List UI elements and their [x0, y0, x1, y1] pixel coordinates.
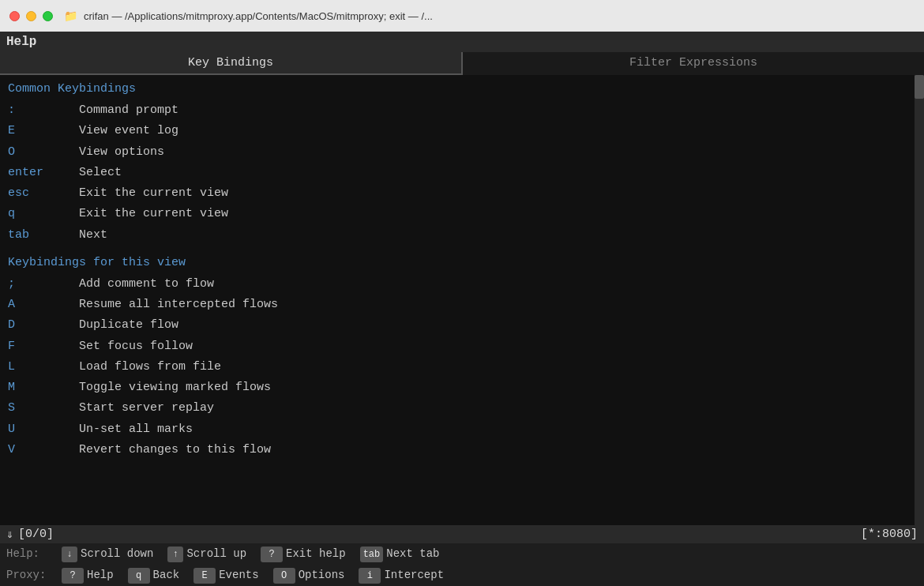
group-events: E Events: [193, 567, 258, 584]
desc-l: Load flows from file: [79, 357, 221, 378]
titlebar: 📁 crifan — /Applications/mitmproxy.app/C…: [0, 0, 924, 32]
icon-help: ?: [62, 568, 84, 584]
desc-enter: Select: [79, 163, 122, 183]
desc-esc: Exit the current view: [79, 183, 228, 204]
key-o: O: [8, 142, 79, 163]
status-port: [*:8080]: [861, 528, 918, 541]
key-esc: esc: [8, 183, 79, 204]
key-l: L: [8, 357, 79, 378]
key-d: D: [8, 315, 79, 336]
action-options: Options: [299, 567, 345, 584]
desc-o: View options: [79, 142, 164, 163]
group-options: O Options: [273, 567, 345, 584]
status-arrow: ⇓: [6, 527, 13, 542]
window-title: crifan — /Applications/mitmproxy.app/Con…: [84, 10, 433, 22]
group-exit-help: ? Exit help: [261, 546, 346, 562]
icon-exit-help: ?: [261, 547, 283, 562]
main-body: Common Keybindings : Command prompt E Vi…: [0, 75, 924, 525]
bottom-label-proxy: Proxy:: [6, 567, 62, 584]
desc-v: Revert changes to this flow: [79, 440, 271, 460]
binding-l: L Load flows from file: [8, 357, 907, 378]
binding-u: U Un-set all marks: [8, 419, 907, 440]
maximize-button[interactable]: [43, 11, 53, 21]
desc-u: Un-set all marks: [79, 419, 193, 440]
desc-a: Resume all intercepted flows: [79, 295, 278, 315]
key-f: F: [8, 336, 79, 357]
key-v: V: [8, 440, 79, 460]
binding-f: F Set focus follow: [8, 336, 907, 357]
binding-semicolon: ; Add comment to flow: [8, 274, 907, 295]
bottom-row-help: Help: ↓ Scroll down ↑ Scroll up ? Exit h…: [0, 543, 924, 565]
group-back: q Back: [128, 567, 180, 584]
binding-tab: tab Next: [8, 225, 907, 246]
help-header: Help: [0, 32, 924, 52]
desc-s: Start server replay: [79, 398, 214, 419]
binding-v: V Revert changes to this flow: [8, 440, 907, 460]
icon-scroll-up: ↑: [167, 547, 183, 562]
status-bar: ⇓ [0/0] [*:8080]: [0, 525, 924, 543]
minimize-button[interactable]: [26, 11, 36, 21]
section-header-view: Keybindings for this view: [8, 254, 907, 272]
key-u: U: [8, 419, 79, 440]
icon-options: O: [273, 568, 295, 584]
action-back: Back: [153, 567, 180, 584]
group-next-tab: tab Next tab: [360, 546, 440, 562]
action-events: Events: [219, 567, 258, 584]
close-button[interactable]: [9, 11, 20, 21]
action-exit-help: Exit help: [286, 546, 346, 562]
key-q: q: [8, 204, 79, 224]
spacer-1: [8, 246, 907, 254]
content-area: Common Keybindings : Command prompt E Vi…: [0, 75, 915, 525]
action-scroll-down: Scroll down: [81, 546, 153, 562]
desc-colon: Command prompt: [79, 100, 178, 121]
desc-semicolon: Add comment to flow: [79, 274, 214, 295]
binding-s: S Start server replay: [8, 398, 907, 419]
bottom-row-proxy: Proxy: ? Help q Back E Events O Options …: [0, 565, 924, 586]
icon-back: q: [128, 568, 150, 584]
binding-m: M Toggle viewing marked flows: [8, 378, 907, 398]
tab-bar: Key Bindings Filter Expressions: [0, 52, 924, 75]
desc-q: Exit the current view: [79, 204, 228, 224]
tab-key-bindings[interactable]: Key Bindings: [0, 52, 461, 75]
key-a: A: [8, 295, 79, 315]
desc-f: Set focus follow: [79, 336, 193, 357]
action-help: Help: [87, 567, 114, 584]
action-scroll-up: Scroll up: [186, 546, 246, 562]
group-scroll-down: ↓ Scroll down: [62, 546, 153, 562]
binding-esc: esc Exit the current view: [8, 183, 907, 204]
desc-m: Toggle viewing marked flows: [79, 378, 271, 398]
group-scroll-up: ↑ Scroll up: [167, 546, 246, 562]
group-intercept: i Intercept: [359, 567, 444, 584]
bottom-bar: Help: ↓ Scroll down ↑ Scroll up ? Exit h…: [0, 543, 924, 586]
key-semicolon: ;: [8, 274, 79, 295]
desc-tab: Next: [79, 225, 107, 246]
folder-icon: 📁: [64, 9, 77, 23]
key-m: M: [8, 378, 79, 398]
binding-enter: enter Select: [8, 163, 907, 183]
binding-o: O View options: [8, 142, 907, 163]
tab-filter-expressions[interactable]: Filter Expressions: [463, 52, 924, 75]
scrollbar-track[interactable]: [915, 75, 924, 525]
terminal: Help Key Bindings Filter Expressions Com…: [0, 32, 924, 586]
group-help: ? Help: [62, 567, 114, 584]
key-colon: :: [8, 100, 79, 121]
action-intercept: Intercept: [384, 567, 444, 584]
icon-intercept: i: [359, 568, 381, 584]
status-count: [0/0]: [18, 528, 54, 541]
action-next-tab: Next tab: [386, 546, 439, 562]
icon-events: E: [193, 568, 216, 584]
status-left: ⇓ [0/0]: [6, 527, 54, 542]
scrollbar-thumb[interactable]: [915, 75, 924, 99]
key-e: E: [8, 121, 79, 141]
binding-a: A Resume all intercepted flows: [8, 295, 907, 315]
desc-d: Duplicate flow: [79, 315, 178, 336]
section-header-common: Common Keybindings: [8, 80, 907, 99]
icon-scroll-down: ↓: [62, 547, 77, 562]
bottom-label-help: Help:: [6, 546, 62, 562]
binding-e: E View event log: [8, 121, 907, 141]
desc-e: View event log: [79, 121, 178, 141]
icon-next-tab: tab: [360, 547, 384, 562]
binding-d: D Duplicate flow: [8, 315, 907, 336]
binding-q: q Exit the current view: [8, 204, 907, 224]
key-s: S: [8, 398, 79, 419]
